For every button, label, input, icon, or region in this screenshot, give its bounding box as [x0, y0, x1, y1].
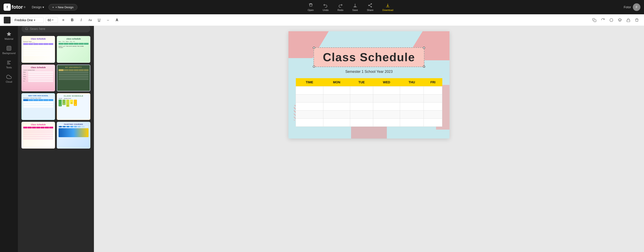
design-canvas: Class Schedule Semester 1 School Year 20… — [288, 31, 322, 126]
table-row — [296, 103, 322, 111]
case-button[interactable]: A — [113, 16, 120, 24]
template-card-4[interactable]: NY UNIVERSITY — [57, 65, 90, 91]
toolbar-center: Open Undo Redo Save Share Download — [80, 2, 322, 12]
app-logo[interactable]: f fotor® — [4, 3, 26, 11]
search-input[interactable] — [30, 27, 87, 31]
schedule-table: TIME MON TUE WED THU FRI — [296, 78, 322, 126]
design-label: Design — [32, 5, 42, 9]
sidebar-item-cloud[interactable]: Cloud — [0, 71, 18, 86]
font-size-value: 60 — [48, 18, 51, 22]
font-size-button[interactable]: Aa — [86, 16, 94, 24]
table-row — [296, 94, 322, 103]
table-row — [296, 111, 322, 119]
svg-point-12 — [26, 28, 28, 30]
template-card-5[interactable]: NEW YORK HIGH SCHOOL Semester 1 School Y… — [22, 93, 55, 120]
top-toolbar: f fotor® Design ▾ + + New Design Open Un… — [0, 0, 322, 14]
template-card-2[interactable]: class schedule Mon - Tue - Wed - Thu - F… — [57, 36, 90, 63]
cell-time-2[interactable] — [296, 94, 322, 103]
svg-rect-0 — [310, 3, 312, 4]
sidebar-item-material[interactable]: Material — [0, 28, 18, 43]
table-row — [296, 119, 322, 126]
undo-button[interactable]: Undo — [321, 2, 322, 12]
color-picker[interactable] — [4, 16, 11, 24]
table-header-row: TIME MON TUE WED THU FRI — [296, 78, 322, 86]
new-design-button[interactable]: + + New Design — [48, 4, 77, 10]
sidebar-background-label: Background — [2, 52, 16, 54]
template-card-7[interactable]: Class Schedule — [22, 122, 55, 126]
template-card-1[interactable]: Class Schedule School Year ___ — [22, 36, 55, 63]
plus-icon: + — [52, 5, 54, 9]
title-box[interactable]: Class Schedule — [314, 47, 322, 67]
logo-sup: ® — [24, 6, 26, 8]
template-panel: Class Schedule Class Schedule School Yea… — [18, 14, 94, 126]
sidebar-item-background[interactable]: Background — [0, 43, 18, 57]
sidebar-material-label: Material — [4, 37, 13, 40]
svg-rect-11 — [7, 46, 11, 50]
table-row — [296, 86, 322, 94]
chevron-down-icon: ▾ — [42, 5, 44, 9]
col-time: TIME — [296, 78, 322, 86]
cell-time-5[interactable] — [296, 119, 322, 126]
sidebar-texts-label: Texts — [6, 66, 12, 69]
canvas-area: Class Schedule Semester 1 School Year 20… — [94, 26, 322, 126]
font-size-field[interactable]: 60 ▾ — [46, 17, 58, 23]
cell-time-4[interactable] — [296, 111, 322, 119]
open-button[interactable]: Open — [306, 2, 316, 12]
template-card-8[interactable]: PAINTING COURSES — [57, 122, 90, 126]
sidebar-cloud-label: Cloud — [6, 80, 12, 83]
title-container[interactable]: Class Schedule Semester 1 School Year 20… — [296, 47, 322, 74]
template-grid: Class Schedule School Year ___ — [22, 36, 90, 126]
logo-icon: f — [4, 3, 11, 11]
chevron-down-icon: ▾ — [34, 18, 35, 22]
italic-button[interactable]: I — [78, 16, 85, 24]
logo-text: fotor — [12, 4, 23, 10]
search-icon — [25, 27, 28, 30]
underline-button[interactable]: U — [96, 16, 103, 24]
template-card-6[interactable]: CLASS SCHEDULE YEAR SEMESTER 1 2 3 4 — [57, 93, 90, 120]
format-toolbar: Fredoka One ▾ 60 ▾ ≡ B I Aa U ↔ A — [0, 14, 322, 26]
bold-button[interactable]: B — [69, 16, 76, 24]
corner-dot-bl — [313, 65, 315, 68]
corner-dot-tl — [313, 47, 315, 49]
cell-time-3[interactable] — [296, 103, 322, 111]
design-menu-button[interactable]: Design ▾ — [30, 4, 46, 10]
letter-spacing-button[interactable]: ↔ — [104, 16, 112, 24]
search-container — [22, 25, 90, 32]
cell-time-1[interactable] — [296, 86, 322, 94]
align-button[interactable]: ≡ — [60, 16, 67, 24]
chevron-down-icon: ▾ — [52, 18, 54, 21]
font-name-label: Fredoka One — [14, 18, 33, 22]
font-selector[interactable]: Fredoka One ▾ — [12, 17, 44, 23]
template-card-3[interactable]: Class Schedule YEAR SEMESTER Mon Tue — [22, 65, 55, 91]
sidebar-item-texts[interactable]: Texts — [0, 57, 18, 71]
